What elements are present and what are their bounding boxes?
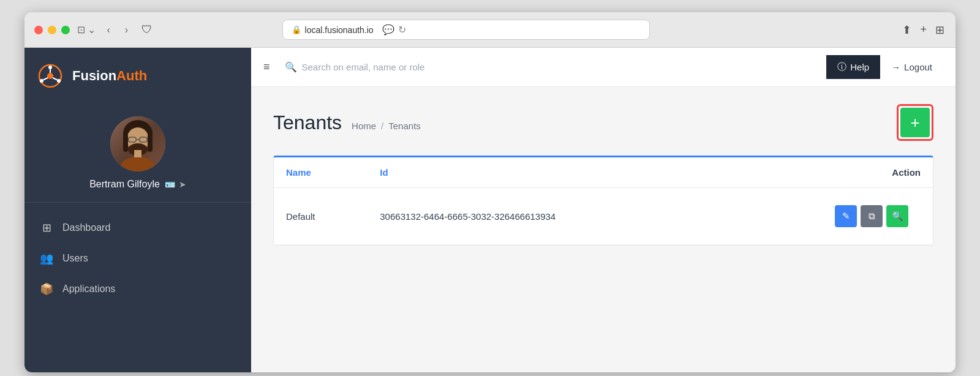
add-tenant-button[interactable]: + xyxy=(900,108,930,137)
copy-tenant-button[interactable]: ⧉ xyxy=(861,205,883,227)
svg-point-6 xyxy=(40,79,43,83)
logout-label: Logout xyxy=(904,62,932,72)
user-profile: Bertram Gilfoyle 🪪 ➤ xyxy=(24,104,251,203)
user-action-icons: 🪪 ➤ xyxy=(165,179,186,189)
avatar-image xyxy=(110,116,165,171)
breadcrumb: Home / Tenants xyxy=(352,121,421,131)
svg-point-14 xyxy=(121,157,155,171)
col-header-name: Name xyxy=(274,157,368,188)
user-card-icon[interactable]: 🪪 xyxy=(165,179,175,189)
copy-icon: ⧉ xyxy=(869,211,875,222)
reload-icon[interactable]: ↻ xyxy=(398,24,406,36)
tenant-id: 30663132-6464-6665-3032-326466613934 xyxy=(368,188,718,245)
fusionauth-logo-icon xyxy=(37,62,64,89)
svg-rect-17 xyxy=(148,133,153,152)
address-bar[interactable]: 🔒 local.fusionauth.io 💬 ↻ xyxy=(282,20,650,40)
page-header: Tenants Home / Tenants + xyxy=(273,104,933,141)
translate-icon: 💬 xyxy=(382,24,394,36)
browser-window: ⊡ ⌄ ‹ › 🛡 🔒 local.fusionauth.io 💬 ↻ ⬆ + … xyxy=(24,12,956,372)
page-title-area: Tenants Home / Tenants xyxy=(273,111,421,134)
svg-line-7 xyxy=(43,78,48,80)
help-label: Help xyxy=(850,62,869,72)
grid-icon[interactable]: ⊞ xyxy=(934,22,946,38)
table-body: Default 30663132-6464-6665-3032-32646661… xyxy=(274,188,933,245)
url-text: local.fusionauth.io xyxy=(305,25,374,35)
sidebar: FusionAuth xyxy=(24,48,251,372)
topbar-right: ⓘ Help → Logout xyxy=(826,55,943,79)
logout-icon: → xyxy=(891,62,900,72)
logo-text: FusionAuth xyxy=(72,68,147,84)
help-button[interactable]: ⓘ Help xyxy=(826,55,880,79)
topbar-menu-button[interactable]: ≡ xyxy=(263,61,270,73)
browser-chrome: ⊡ ⌄ ‹ › 🛡 🔒 local.fusionauth.io 💬 ↻ ⬆ + … xyxy=(24,12,956,48)
logout-button[interactable]: → Logout xyxy=(880,56,943,78)
traffic-light-red[interactable] xyxy=(34,26,43,34)
edit-icon: ✎ xyxy=(842,211,850,222)
user-send-icon[interactable]: ➤ xyxy=(179,179,186,189)
tenant-name: Default xyxy=(274,188,368,245)
svg-rect-15 xyxy=(134,150,141,157)
col-header-id: Id xyxy=(368,157,718,188)
tenant-actions: ✎ ⧉ 🔍 xyxy=(718,188,933,245)
sidebar-item-applications-label: Applications xyxy=(62,284,115,295)
tenants-table: Name Id Action Default 30663132-6464-666… xyxy=(274,157,933,245)
svg-point-4 xyxy=(57,79,61,83)
page-title: Tenants xyxy=(273,111,342,134)
action-cell: ✎ ⧉ 🔍 xyxy=(731,198,921,235)
sidebar-item-users[interactable]: 👥 Users xyxy=(24,243,251,274)
back-button[interactable]: ‹ xyxy=(103,23,113,37)
breadcrumb-current: Tenants xyxy=(388,121,421,131)
main-content: ≡ 🔍 Search on email, name or role ⓘ Help… xyxy=(251,48,956,372)
logo-primary: Fusion xyxy=(72,68,116,83)
col-header-action: Action xyxy=(718,157,933,188)
help-circle-icon: ⓘ xyxy=(837,61,846,73)
svg-line-5 xyxy=(53,78,58,80)
search-bar[interactable]: 🔍 Search on email, name or role xyxy=(277,56,820,78)
search-icon: 🔍 xyxy=(285,61,297,73)
user-name: Bertram Gilfoyle 🪪 ➤ xyxy=(89,179,186,190)
lock-icon: 🔒 xyxy=(292,25,301,34)
svg-point-2 xyxy=(48,66,52,69)
users-icon: 👥 xyxy=(39,252,54,265)
sidebar-header: FusionAuth xyxy=(24,48,251,104)
sidebar-toggle-btn[interactable]: ⊡ ⌄ xyxy=(77,24,96,36)
table-header: Name Id Action xyxy=(274,157,933,188)
table-card: Name Id Action Default 30663132-6464-666… xyxy=(273,156,933,246)
app-layout: FusionAuth xyxy=(24,48,956,372)
forward-button[interactable]: › xyxy=(121,23,132,37)
logo-accent: Auth xyxy=(116,68,147,83)
table-row: Default 30663132-6464-6665-3032-32646661… xyxy=(274,188,933,245)
avatar xyxy=(110,116,165,171)
search-tenant-button[interactable]: 🔍 xyxy=(886,205,908,227)
sidebar-item-users-label: Users xyxy=(62,253,88,264)
svg-point-1 xyxy=(47,73,53,79)
sidebar-item-applications[interactable]: 📦 Applications xyxy=(24,274,251,304)
dashboard-icon: ⊞ xyxy=(39,221,54,235)
traffic-lights xyxy=(34,26,70,34)
search-placeholder: Search on email, name or role xyxy=(302,62,425,72)
browser-right-controls: ⬆ + ⊞ xyxy=(901,22,946,38)
add-button-wrapper: + xyxy=(897,104,933,141)
new-tab-icon[interactable]: + xyxy=(919,22,928,37)
breadcrumb-separator: / xyxy=(381,121,383,131)
nav-menu: ⊞ Dashboard 👥 Users 📦 Applications xyxy=(24,203,251,314)
sidebar-item-dashboard[interactable]: ⊞ Dashboard xyxy=(24,212,251,243)
topbar: ≡ 🔍 Search on email, name or role ⓘ Help… xyxy=(251,48,956,87)
svg-rect-16 xyxy=(123,133,128,152)
breadcrumb-home[interactable]: Home xyxy=(352,121,376,131)
traffic-light-green[interactable] xyxy=(61,26,70,34)
page-content: Tenants Home / Tenants + xyxy=(251,87,956,372)
sidebar-item-dashboard-label: Dashboard xyxy=(62,222,110,233)
traffic-light-yellow[interactable] xyxy=(48,26,56,34)
shield-icon: 🛡 xyxy=(141,23,153,36)
applications-icon: 📦 xyxy=(39,282,54,296)
search-action-icon: 🔍 xyxy=(892,211,903,222)
share-icon[interactable]: ⬆ xyxy=(901,22,913,38)
edit-tenant-button[interactable]: ✎ xyxy=(835,205,857,227)
